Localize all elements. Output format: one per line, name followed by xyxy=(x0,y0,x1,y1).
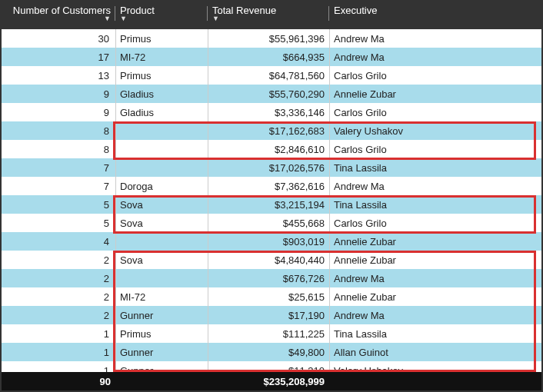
cell-customers: 1 xyxy=(2,364,115,373)
cell-product: MI-72 xyxy=(115,50,208,65)
table-row[interactable]: 9Gladius$55,760,290Annelie Zubar xyxy=(2,85,541,103)
cell-customers: 7 xyxy=(2,161,115,175)
cell-revenue: $4,840,440 xyxy=(208,253,329,267)
cell-revenue: $17,026,576 xyxy=(208,161,329,175)
table-row[interactable]: 1Gunner$49,800Allan Guinot xyxy=(2,343,541,361)
cell-customers: 5 xyxy=(2,198,115,212)
cell-executive: Annelie Zubar xyxy=(329,290,537,304)
footer-revenue: $235,208,999 xyxy=(208,374,329,389)
cell-product: Primus xyxy=(115,68,208,83)
cell-revenue: $3,336,146 xyxy=(208,105,329,120)
cell-customers: 8 xyxy=(2,124,115,138)
cell-customers: 2 xyxy=(2,253,115,267)
cell-executive: Andrew Ma xyxy=(329,271,537,286)
data-table: Number of Customers ▼ Product ▼ Total Re… xyxy=(2,2,541,390)
cell-product xyxy=(115,277,208,280)
cell-revenue: $676,726 xyxy=(208,271,329,286)
cell-product: Doroga xyxy=(115,179,208,194)
cell-customers: 1 xyxy=(2,327,115,341)
col-header-customers-label: Number of Customers xyxy=(13,5,111,16)
table-row[interactable]: 30Primus$55,961,396Andrew Ma xyxy=(2,29,541,48)
table-row[interactable]: 1Gunner$11,310Valery Ushakov xyxy=(2,361,541,372)
cell-product: Primus xyxy=(115,327,208,341)
cell-customers: 9 xyxy=(2,87,115,101)
cell-customers: 8 xyxy=(2,142,115,157)
cell-executive: Allan Guinot xyxy=(329,345,537,360)
cell-executive: Carlos Grilo xyxy=(329,105,537,120)
cell-executive: Andrew Ma xyxy=(329,32,537,46)
table-row[interactable]: 13Primus$64,781,560Carlos Grilo xyxy=(2,66,541,85)
cell-revenue: $25,615 xyxy=(208,290,329,304)
cell-executive: Andrew Ma xyxy=(329,308,537,323)
cell-revenue: $903,019 xyxy=(208,234,329,249)
cell-product: Gunner xyxy=(115,308,208,323)
footer-executive xyxy=(329,380,537,383)
cell-product: Primus xyxy=(115,32,208,46)
col-header-revenue[interactable]: Total Revenue ▼ xyxy=(208,3,329,24)
cell-executive: Annelie Zubar xyxy=(329,87,537,101)
cell-executive: Valery Ushakov xyxy=(329,124,537,138)
cell-revenue: $17,190 xyxy=(208,308,329,323)
cell-customers: 9 xyxy=(2,105,115,120)
table-row[interactable]: 2$676,726Andrew Ma xyxy=(2,269,541,287)
cell-executive: Andrew Ma xyxy=(329,50,537,65)
table-row[interactable]: 2MI-72$25,615Annelie Zubar xyxy=(2,287,541,306)
table-row[interactable]: 2Gunner$17,190Andrew Ma xyxy=(2,306,541,324)
cell-product xyxy=(115,240,208,243)
cell-executive: Andrew Ma xyxy=(329,179,537,194)
cell-revenue: $55,760,290 xyxy=(208,87,329,101)
cell-executive: Annelie Zubar xyxy=(329,253,537,267)
cell-revenue: $11,310 xyxy=(208,364,329,373)
cell-customers: 5 xyxy=(2,216,115,231)
cell-executive: Tina Lassila xyxy=(329,327,537,341)
cell-customers: 1 xyxy=(2,345,115,360)
cell-customers: 2 xyxy=(2,290,115,304)
cell-product xyxy=(115,166,208,169)
cell-product: Sova xyxy=(115,216,208,231)
table-row[interactable]: 5Sova$455,668Carlos Grilo xyxy=(2,214,541,232)
table-row[interactable]: 8$17,162,683Valery Ushakov xyxy=(2,121,541,140)
col-header-revenue-label: Total Revenue xyxy=(212,5,276,16)
cell-revenue: $2,846,610 xyxy=(208,142,329,157)
cell-product xyxy=(115,129,208,132)
col-header-customers[interactable]: Number of Customers ▼ xyxy=(2,3,115,24)
table-row[interactable]: 7$17,026,576Tina Lassila xyxy=(2,158,541,177)
cell-product: Gunner xyxy=(115,345,208,360)
table-row[interactable]: 5Sova$3,215,194Tina Lassila xyxy=(2,195,541,214)
footer-product xyxy=(115,380,208,383)
cell-revenue: $49,800 xyxy=(208,345,329,360)
cell-executive: Carlos Grilo xyxy=(329,142,537,157)
cell-revenue: $664,935 xyxy=(208,50,329,65)
cell-product: Sova xyxy=(115,198,208,212)
cell-customers: 30 xyxy=(2,32,115,46)
cell-customers: 2 xyxy=(2,271,115,286)
cell-product: Gunner xyxy=(115,364,208,373)
table-footer: 90 $235,208,999 xyxy=(2,372,541,390)
table-row[interactable]: 1Primus$111,225Tina Lassila xyxy=(2,324,541,343)
col-header-executive[interactable]: Executive xyxy=(329,3,537,18)
cell-customers: 17 xyxy=(2,50,115,65)
cell-executive: Carlos Grilo xyxy=(329,68,537,83)
table-row[interactable]: 8$2,846,610Carlos Grilo xyxy=(2,140,541,158)
cell-customers: 7 xyxy=(2,179,115,194)
cell-revenue: $64,781,560 xyxy=(208,68,329,83)
cell-product: Sova xyxy=(115,253,208,267)
table-row[interactable]: 2Sova$4,840,440Annelie Zubar xyxy=(2,251,541,269)
table-body: 30Primus$55,961,396Andrew Ma17MI-72$664,… xyxy=(2,29,541,372)
table-header: Number of Customers ▼ Product ▼ Total Re… xyxy=(2,2,541,29)
table-row[interactable]: 4$903,019Annelie Zubar xyxy=(2,232,541,251)
table-row[interactable]: 9Gladius$3,336,146Carlos Grilo xyxy=(2,103,541,121)
cell-revenue: $455,668 xyxy=(208,216,329,231)
cell-revenue: $3,215,194 xyxy=(208,198,329,212)
cell-revenue: $17,162,683 xyxy=(208,124,329,138)
cell-revenue: $7,362,616 xyxy=(208,179,329,194)
cell-executive: Annelie Zubar xyxy=(329,234,537,249)
cell-product: Gladius xyxy=(115,105,208,120)
cell-customers: 13 xyxy=(2,68,115,83)
table-row[interactable]: 7Doroga$7,362,616Andrew Ma xyxy=(2,177,541,195)
cell-executive: Tina Lassila xyxy=(329,198,537,212)
footer-customers: 90 xyxy=(2,374,115,389)
table-row[interactable]: 17MI-72$664,935Andrew Ma xyxy=(2,48,541,66)
cell-revenue: $55,961,396 xyxy=(208,32,329,46)
col-header-product[interactable]: Product ▼ xyxy=(115,3,208,24)
